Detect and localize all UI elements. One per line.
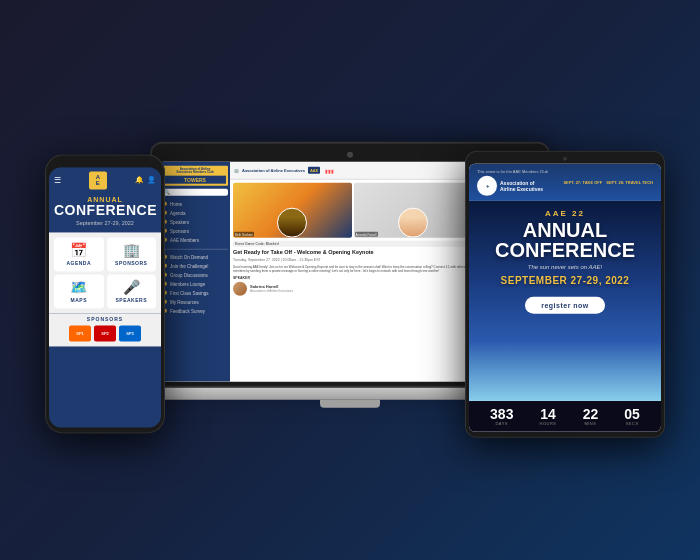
phone-logo-area: AE (89, 171, 107, 189)
tablet-main: AAE 22 ANNUALCONFERENCE The sun never se… (469, 201, 661, 401)
phone-sponsors-section: SPONSORS SP1 SP2 SP3 (49, 314, 161, 347)
countdown-secs: 05 SECS (624, 407, 640, 426)
phone-conference-date: September 27-29, 2022 (54, 221, 156, 227)
sidebar-group-discussions[interactable]: Group Discussions (162, 270, 228, 279)
hero-title: Get Ready for Take Off - Welcome & Openi… (233, 249, 472, 256)
maps-label: MAPS (71, 298, 87, 304)
tablet-device: This event is for the AAE Members Club ✈… (465, 151, 665, 438)
register-now-button[interactable]: register now (525, 297, 605, 314)
countdown-days: 383 DAYS (490, 407, 513, 426)
user-icon[interactable]: 👤 (147, 176, 156, 184)
hours-label: HOURS (540, 421, 557, 426)
laptop-center: Beth Graham Amanda Farcell Event Game Co… (230, 180, 475, 382)
tablet-date-2: SEPT. 28: TRAVEL TECH (606, 180, 653, 185)
phone-grid-item-sponsors[interactable]: 🏢 SPONSORS (107, 238, 157, 272)
phone-sponsor-logos: SP1 SP2 SP3 (54, 326, 156, 342)
speaker-title: Association of Airline Executives (250, 289, 293, 293)
phone-logo-letter: AE (96, 174, 100, 186)
person-2-name: Amanda Farcell (355, 232, 378, 237)
sponsor-logo-1: SP1 (69, 326, 91, 342)
colorful-bar: ▮▮▮ (325, 167, 334, 173)
sidebar-feedback[interactable]: Feedback Survey (162, 306, 228, 315)
agenda-label: AGENDA (66, 261, 91, 267)
tablet-aae-label: AAE 22 (477, 209, 653, 218)
phone-sponsors-title: SPONSORS (54, 317, 156, 323)
sponsor-logo-3: SP3 (119, 326, 141, 342)
agenda-icon: 📅 (70, 243, 87, 259)
sidebar-item-sponsors[interactable]: Sponsors (162, 226, 228, 235)
phone-notch (90, 160, 120, 164)
phone-grid-item-speakers[interactable]: 🎤 SPEAKERS (107, 275, 157, 309)
sidebar-item-agenda[interactable]: Agenda (162, 208, 228, 217)
sidebar-my-resources[interactable]: My Resources (162, 297, 228, 306)
phone-grid: 📅 AGENDA 🏢 SPONSORS 🗺️ MAPS 🎤 SPEAKERS (49, 233, 161, 314)
tablet-org-name: Association of Airline Executives (500, 180, 543, 192)
secs-number: 05 (624, 407, 640, 421)
laptop-camera (347, 152, 353, 158)
sidebar-watch-on-demand[interactable]: Watch On Demand (162, 252, 228, 261)
hamburger-icon[interactable]: ☰ (54, 176, 61, 185)
speakers-grid-icon: 🎤 (123, 280, 140, 296)
phone-outer: ☰ AE 🔔 👤 ANNUAL CONFERENCE September 27-… (45, 154, 165, 433)
mins-label: MINS (583, 421, 599, 426)
sidebar-logo: Association of AirlineExecutives Members… (162, 166, 228, 186)
phone-header-icons: 🔔 👤 (135, 176, 156, 184)
phone-grid-item-maps[interactable]: 🗺️ MAPS (54, 275, 104, 309)
laptop-sidebar: Association of AirlineExecutives Members… (160, 162, 230, 382)
hero-about: Good morning AAE family! Join us for our… (233, 264, 472, 272)
sidebar-members-lounge[interactable]: Members Lounge (162, 279, 228, 288)
speaker-avatar (233, 282, 247, 296)
days-number: 383 (490, 407, 513, 421)
scene: Association of AirlineExecutives Members… (10, 10, 690, 550)
hero-image-right: Amanda Farcell (354, 183, 473, 238)
phone-logo-box: AE (89, 171, 107, 189)
sidebar-first-class[interactable]: First Class Savings (162, 288, 228, 297)
sponsors-icon: 🏢 (123, 243, 140, 259)
sidebar-item-speakers[interactable]: Speakers (162, 217, 228, 226)
tablet-org-logo: ✈ Association of Airline Executives (477, 176, 548, 196)
hours-number: 14 (540, 407, 557, 421)
sidebar-item-aae-members[interactable]: AAE Members (162, 235, 228, 244)
bell-icon[interactable]: 🔔 (135, 176, 144, 184)
tablet-screen: This event is for the AAE Members Club ✈… (469, 164, 661, 432)
event-badge: Event Game Code: Bluebird (233, 241, 472, 247)
sponsor-logo-2: SP2 (94, 326, 116, 342)
person-1-avatar (277, 208, 307, 238)
speakers-grid-label: SPEAKERS (115, 298, 147, 304)
tablet-date-1: SEPT. 27: TAKE OFF (563, 180, 602, 185)
tablet-tagline: The sun never sets on AAE! (477, 264, 653, 270)
org-name: Association of Airline Executives (242, 168, 305, 173)
speaker-row: Sabrina Harrell Association of Airline E… (233, 282, 472, 296)
tablet-conference-title: ANNUALCONFERENCE (477, 220, 653, 260)
tablet-members-text: This event is for the AAE Members Club (477, 169, 548, 174)
tablet-banner: This event is for the AAE Members Club ✈… (469, 164, 661, 201)
phone-screen: ☰ AE 🔔 👤 ANNUAL CONFERENCE September 27-… (49, 167, 161, 427)
mins-number: 22 (583, 407, 599, 421)
secs-label: SECS (624, 421, 640, 426)
tablet-org-logo-img: ✈ (477, 176, 497, 196)
hero-date: Tuesday, September 27, 2022 | 10:00am - … (233, 257, 472, 261)
phone-header: ☰ AE 🔔 👤 (49, 167, 161, 193)
hero-image-left: Beth Graham (233, 183, 352, 238)
laptop-stand (320, 400, 380, 408)
org-logo: 🏢 (234, 168, 239, 173)
sidebar-join-challenge[interactable]: Join the Challenge! (162, 261, 228, 270)
hero-images: Beth Graham Amanda Farcell (233, 183, 472, 238)
sidebar-search[interactable]: 🔍 (162, 188, 228, 195)
phone-device: ☰ AE 🔔 👤 ANNUAL CONFERENCE September 27-… (45, 154, 165, 433)
person-1-name: Beth Graham (234, 232, 254, 237)
phone-grid-item-agenda[interactable]: 📅 AGENDA (54, 238, 104, 272)
tablet-countdown: 383 DAYS 14 HOURS 22 MINS 05 SECS (469, 401, 661, 432)
tablet-date-big: SEPTEMBER 27-29, 2022 (477, 275, 653, 286)
tablet-camera (563, 157, 567, 161)
phone-conference-area: ANNUAL CONFERENCE September 27-29, 2022 (49, 193, 161, 232)
person-2-avatar (398, 208, 428, 238)
speaker-label: SPEAKER (233, 276, 472, 280)
sidebar-item-home[interactable]: Home (162, 199, 228, 208)
tablet-dates: SEPT. 27: TAKE OFF SEPT. 28: TRAVEL TECH (563, 180, 653, 185)
tablet-outer: This event is for the AAE Members Club ✈… (465, 151, 665, 438)
maps-icon: 🗺️ (70, 280, 87, 296)
countdown-mins: 22 MINS (583, 407, 599, 426)
phone-conference-title: CONFERENCE (54, 203, 156, 218)
aae-badge: AAE (308, 167, 320, 174)
